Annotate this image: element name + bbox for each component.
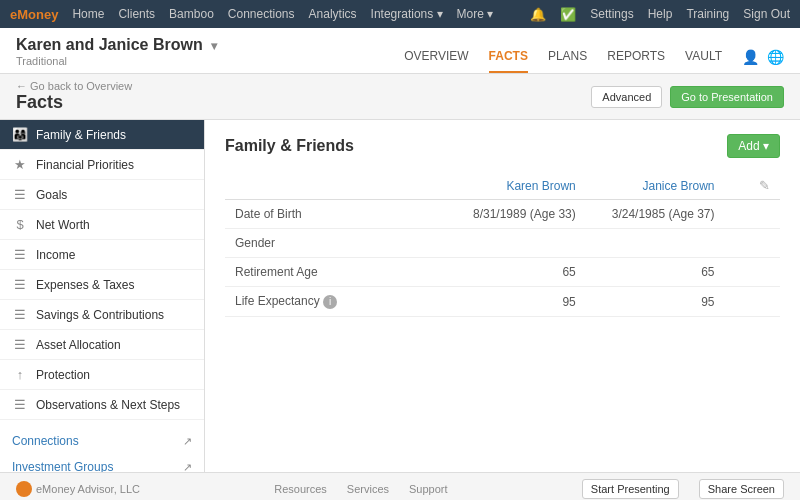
connections-label: Connections — [12, 434, 79, 448]
client-type: Traditional — [16, 55, 217, 67]
sidebar: 👨‍👩‍👧 Family & Friends ★ Financial Prior… — [0, 120, 205, 472]
nav-training[interactable]: Training — [686, 7, 729, 21]
share-screen-button[interactable]: Share Screen — [699, 479, 784, 499]
client-name-text: Karen and Janice Brown — [16, 36, 203, 53]
sidebar-item-observations[interactable]: ☰ Observations & Next Steps — [0, 390, 204, 420]
main-layout: 👨‍👩‍👧 Family & Friends ★ Financial Prior… — [0, 120, 800, 472]
sidebar-item-goals[interactable]: ☰ Goals — [0, 180, 204, 210]
expenses-icon: ☰ — [12, 277, 28, 292]
client-header: Karen and Janice Brown ▾ Traditional OVE… — [0, 28, 800, 74]
footer-support: Support — [409, 483, 448, 495]
sidebar-label-protection: Protection — [36, 368, 90, 382]
external-link-icon-investment: ↗ — [183, 461, 192, 473]
tab-reports[interactable]: REPORTS — [607, 49, 665, 73]
row-label-life-expectancy: Life Expectancy i — [225, 287, 447, 317]
table-row-gender: Gender — [225, 229, 780, 258]
tab-facts[interactable]: FACTS — [489, 49, 528, 73]
advanced-button[interactable]: Advanced — [591, 86, 662, 108]
top-nav: eMoney Home Clients Bamboo Connections A… — [0, 0, 800, 28]
brand-logo[interactable]: eMoney — [10, 7, 58, 22]
row-label-retirement: Retirement Age — [225, 258, 447, 287]
row-janice-gender — [586, 229, 725, 258]
col-header-karen[interactable]: Karen Brown — [447, 172, 586, 200]
sidebar-link-connections[interactable]: Connections ↗ — [0, 428, 204, 454]
page-header: ← Go back to Overview Facts Advanced Go … — [0, 74, 800, 120]
go-to-presentation-button[interactable]: Go to Presentation — [670, 86, 784, 108]
row-janice-retirement: 65 — [586, 258, 725, 287]
sidebar-item-asset-allocation[interactable]: ☰ Asset Allocation — [0, 330, 204, 360]
sidebar-label-asset-allocation: Asset Allocation — [36, 338, 121, 352]
row-janice-dob: 3/24/1985 (Age 37) — [586, 200, 725, 229]
client-info: Karen and Janice Brown ▾ Traditional — [16, 36, 217, 73]
tab-vault[interactable]: VAULT — [685, 49, 722, 73]
nav-integrations[interactable]: Integrations ▾ — [371, 7, 443, 21]
nav-clients[interactable]: Clients — [118, 7, 155, 21]
sidebar-item-family-friends[interactable]: 👨‍👩‍👧 Family & Friends — [0, 120, 204, 150]
nav-connections[interactable]: Connections — [228, 7, 295, 21]
nav-home[interactable]: Home — [72, 7, 104, 21]
content-area: Family & Friends Add ▾ Karen Brown Janic… — [205, 120, 800, 472]
row-retirement-actions — [725, 258, 781, 287]
savings-icon: ☰ — [12, 307, 28, 322]
investment-groups-label: Investment Groups — [12, 460, 113, 472]
row-karen-gender — [447, 229, 586, 258]
col-header-label — [225, 172, 447, 200]
sidebar-label-observations: Observations & Next Steps — [36, 398, 180, 412]
sidebar-label-income: Income — [36, 248, 75, 262]
user-icon[interactable]: 👤 — [742, 49, 759, 65]
nav-analytics[interactable]: Analytics — [309, 7, 357, 21]
dollar-icon: $ — [12, 217, 28, 232]
tab-plans[interactable]: PLANS — [548, 49, 587, 73]
sidebar-label-net-worth: Net Worth — [36, 218, 90, 232]
sidebar-label-financial-priorities: Financial Priorities — [36, 158, 134, 172]
footer-logo: eMoney Advisor, LLC — [16, 481, 140, 497]
life-expectancy-text: Life Expectancy — [235, 294, 320, 308]
protection-icon: ↑ — [12, 367, 28, 382]
nav-items: Home Clients Bamboo Connections Analytic… — [72, 7, 530, 21]
start-presenting-button[interactable]: Start Presenting — [582, 479, 679, 499]
row-karen-retirement: 65 — [447, 258, 586, 287]
nav-settings[interactable]: Settings — [590, 7, 633, 21]
nav-signout[interactable]: Sign Out — [743, 7, 790, 21]
notification-icon[interactable]: 🔔 — [530, 7, 546, 22]
checkmark-icon[interactable]: ✅ — [560, 7, 576, 22]
nav-bamboo[interactable]: Bamboo — [169, 7, 214, 21]
table-header-row: Karen Brown Janice Brown ✎ — [225, 172, 780, 200]
sidebar-item-income[interactable]: ☰ Income — [0, 240, 204, 270]
sidebar-link-investment-groups[interactable]: Investment Groups ↗ — [0, 454, 204, 472]
sidebar-item-financial-priorities[interactable]: ★ Financial Priorities — [0, 150, 204, 180]
footer-services: Services — [347, 483, 389, 495]
sidebar-item-net-worth[interactable]: $ Net Worth — [0, 210, 204, 240]
tab-overview[interactable]: OVERVIEW — [404, 49, 468, 73]
client-name: Karen and Janice Brown ▾ — [16, 36, 217, 54]
footer-resources: Resources — [274, 483, 327, 495]
row-life-expectancy-actions — [725, 287, 781, 317]
sidebar-label-goals: Goals — [36, 188, 67, 202]
footer-right: Start Presenting Share Screen — [582, 479, 784, 499]
tab-icons: 👤 🌐 — [742, 49, 784, 73]
nav-right: 🔔 ✅ Settings Help Training Sign Out — [530, 7, 790, 22]
client-dropdown-icon[interactable]: ▾ — [211, 39, 217, 53]
row-label-gender: Gender — [225, 229, 447, 258]
data-table: Karen Brown Janice Brown ✎ Date of Birth… — [225, 172, 780, 317]
sidebar-item-expenses-taxes[interactable]: ☰ Expenses & Taxes — [0, 270, 204, 300]
col-header-janice[interactable]: Janice Brown — [586, 172, 725, 200]
info-icon-life-expectancy[interactable]: i — [323, 295, 337, 309]
table-row-dob: Date of Birth 8/31/1989 (Age 33) 3/24/19… — [225, 200, 780, 229]
breadcrumb[interactable]: ← Go back to Overview — [16, 80, 132, 92]
goals-icon: ☰ — [12, 187, 28, 202]
sidebar-item-protection[interactable]: ↑ Protection — [0, 360, 204, 390]
edit-icon-header[interactable]: ✎ — [759, 178, 770, 193]
nav-help[interactable]: Help — [648, 7, 673, 21]
star-icon: ★ — [12, 157, 28, 172]
page-actions: Advanced Go to Presentation — [591, 86, 784, 108]
table-row-retirement: Retirement Age 65 65 — [225, 258, 780, 287]
nav-more[interactable]: More ▾ — [457, 7, 494, 21]
asset-icon: ☰ — [12, 337, 28, 352]
add-button[interactable]: Add ▾ — [727, 134, 780, 158]
settings-globe-icon[interactable]: 🌐 — [767, 49, 784, 65]
footer-middle: Resources Services Support — [274, 483, 447, 495]
row-janice-life-expectancy: 95 — [586, 287, 725, 317]
page-title: Facts — [16, 92, 132, 113]
sidebar-item-savings-contributions[interactable]: ☰ Savings & Contributions — [0, 300, 204, 330]
